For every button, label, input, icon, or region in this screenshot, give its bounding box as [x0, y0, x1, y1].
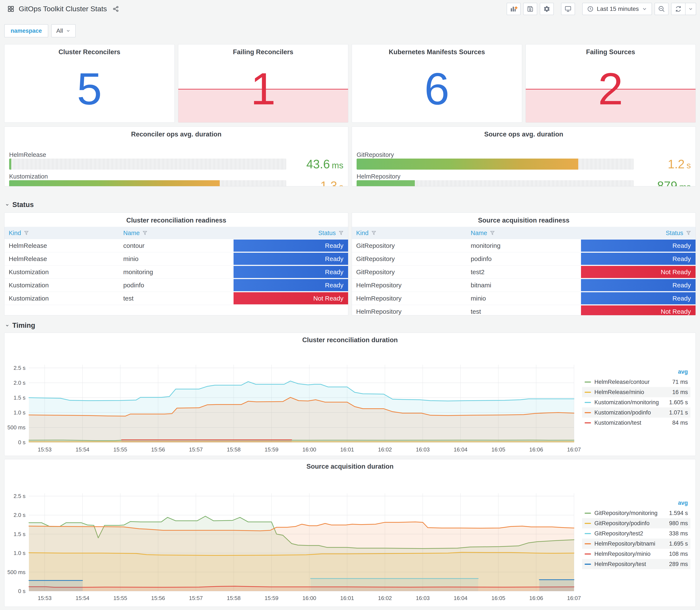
filter-funnel-icon[interactable] — [338, 230, 344, 236]
status-badge: Not Ready — [233, 292, 348, 304]
legend-series-name[interactable]: Kustomization/podinfo — [595, 410, 658, 416]
filter-funnel-icon[interactable] — [490, 230, 495, 236]
legend-series-name[interactable]: HelmRepository/minio — [595, 551, 658, 557]
legend-avg-header[interactable]: avg — [582, 369, 690, 377]
gauge-bar-fill — [9, 180, 220, 187]
cell-name: podinfo — [119, 279, 233, 292]
legend-item[interactable]: GitRepository/monitoring1.594 s — [582, 508, 690, 518]
column-header-name[interactable]: Name — [119, 227, 233, 239]
legend-series-name[interactable]: GitRepository/podinfo — [595, 520, 658, 527]
zoom-out-time-button[interactable] — [654, 3, 669, 15]
legend-item[interactable]: HelmRepository/test289 ms — [582, 559, 690, 569]
legend-series-swatch — [585, 564, 591, 565]
stat-panel-3: Failing Sources2 — [525, 44, 696, 123]
cell-status: Not Ready — [233, 292, 348, 305]
table-row: HelmRepositoryminioReady — [352, 292, 696, 305]
status-badge: Ready — [581, 253, 696, 265]
refresh-interval-picker[interactable] — [685, 3, 696, 15]
filter-funnel-icon[interactable] — [371, 230, 377, 236]
cluster-reconciliation-duration-panel: Cluster reconciliation duration 15:5315:… — [4, 333, 696, 456]
legend-series-swatch — [585, 543, 591, 544]
legend-series-name[interactable]: HelmRelease/contour — [595, 379, 658, 385]
save-dashboard-button[interactable] — [523, 3, 537, 15]
panel-title[interactable]: Source ops avg. duration — [352, 127, 696, 138]
svg-text:16:05: 16:05 — [491, 446, 505, 453]
section-timing[interactable]: Timing — [5, 321, 35, 330]
cell-status: Ready — [233, 252, 348, 265]
cell-name: monitoring — [467, 239, 581, 252]
column-header-kind[interactable]: Kind — [352, 227, 467, 239]
cell-kind: HelmRepository — [352, 292, 467, 305]
legend-item[interactable]: Kustomization/monitoring1.605 s — [582, 397, 690, 407]
page-title[interactable]: GitOps Toolkit Cluster Stats — [19, 5, 107, 13]
svg-text:16:00: 16:00 — [303, 595, 316, 601]
add-panel-button[interactable] — [507, 3, 521, 15]
table-header: KindNameStatus — [352, 227, 696, 239]
column-header-status[interactable]: Status — [581, 227, 696, 239]
legend-series-name[interactable]: HelmRepository/bitnami — [595, 541, 658, 547]
table-row: KustomizationpodinfoReady — [4, 279, 348, 292]
filter-funnel-icon[interactable] — [142, 230, 148, 236]
column-header-name[interactable]: Name — [467, 227, 581, 239]
stat-panel-title[interactable]: Kubernetes Manifests Sources — [352, 44, 522, 56]
column-header-label: Kind — [356, 229, 369, 237]
share-icon[interactable] — [112, 5, 119, 12]
namespace-variable-label[interactable]: namespace — [4, 24, 48, 37]
legend-series-name[interactable]: Kustomization/test — [595, 420, 658, 426]
svg-text:0 s: 0 s — [18, 588, 26, 594]
stat-panel-title[interactable]: Failing Reconcilers — [178, 44, 348, 56]
apps-grid-icon[interactable] — [7, 5, 14, 13]
svg-text:15:58: 15:58 — [227, 595, 241, 601]
panel-title[interactable]: Cluster reconciliation readiness — [4, 213, 348, 224]
legend-series-name[interactable]: HelmRepository/test — [595, 561, 658, 567]
time-range-picker[interactable]: Last 15 minutes — [582, 3, 652, 15]
legend-series-name[interactable]: HelmRelease/minio — [595, 389, 658, 396]
svg-text:16:03: 16:03 — [416, 446, 430, 453]
legend-item[interactable]: HelmRepository/bitnami1.695 s — [582, 539, 690, 549]
legend-item[interactable]: HelmRelease/contour71 ms — [582, 377, 690, 387]
cycle-view-mode-button[interactable] — [561, 3, 575, 15]
svg-text:15:53: 15:53 — [38, 595, 52, 601]
cell-status: Ready — [581, 252, 696, 265]
legend-series-name[interactable]: GitRepository/test2 — [595, 530, 658, 537]
legend-series-avg: 16 ms — [658, 389, 688, 396]
source-ops-gauge-panel: Source ops avg. duration GitRepository1.… — [352, 127, 696, 187]
refresh-dashboard-button[interactable] — [671, 3, 685, 15]
filter-funnel-icon[interactable] — [686, 230, 691, 236]
gauge-value: 1.2s — [668, 157, 691, 171]
legend-series-name[interactable]: GitRepository/monitoring — [595, 510, 658, 516]
cell-kind: HelmRelease — [4, 239, 119, 252]
svg-text:2.5 s: 2.5 s — [14, 365, 26, 371]
table-row: HelmReleasecontourReady — [4, 239, 348, 252]
cell-kind: GitRepository — [352, 266, 467, 278]
panel-title[interactable]: Source acquisition readiness — [352, 213, 696, 224]
stat-panel-title[interactable]: Failing Sources — [526, 44, 696, 56]
namespace-variable-value[interactable]: All — [51, 24, 76, 37]
column-header-status[interactable]: Status — [233, 227, 348, 239]
svg-text:15:57: 15:57 — [189, 446, 203, 453]
filter-funnel-icon[interactable] — [23, 230, 29, 236]
svg-text:15:59: 15:59 — [264, 595, 278, 601]
legend-series-avg: 289 ms — [658, 561, 688, 567]
column-header-kind[interactable]: Kind — [4, 227, 119, 239]
svg-text:15:58: 15:58 — [227, 446, 241, 453]
svg-text:16:02: 16:02 — [378, 595, 392, 601]
legend-item[interactable]: Kustomization/podinfo1.071 s — [582, 407, 690, 418]
cell-status: Ready — [581, 239, 696, 252]
legend-series-name[interactable]: Kustomization/monitoring — [595, 399, 659, 406]
legend-item[interactable]: Kustomization/test84 ms — [582, 418, 690, 428]
svg-text:15:53: 15:53 — [38, 446, 52, 453]
legend-item[interactable]: GitRepository/podinfo980 ms — [582, 518, 690, 528]
svg-text:1.0 s: 1.0 s — [14, 410, 26, 416]
legend-item[interactable]: HelmRepository/minio108 ms — [582, 549, 690, 559]
dashboard-settings-button[interactable] — [540, 3, 554, 15]
section-status[interactable]: Status — [5, 200, 34, 209]
table-row: GitRepositorymonitoringReady — [352, 239, 696, 252]
legend-item[interactable]: GitRepository/test2338 ms — [582, 528, 690, 539]
cell-kind: Kustomization — [4, 266, 119, 278]
legend-series-swatch — [585, 382, 591, 383]
legend-avg-header[interactable]: avg — [582, 500, 690, 508]
legend-item[interactable]: HelmRelease/minio16 ms — [582, 387, 690, 397]
panel-title[interactable]: Reconciler ops avg. duration — [4, 127, 348, 138]
stat-panel-title[interactable]: Cluster Reconcilers — [4, 44, 175, 56]
